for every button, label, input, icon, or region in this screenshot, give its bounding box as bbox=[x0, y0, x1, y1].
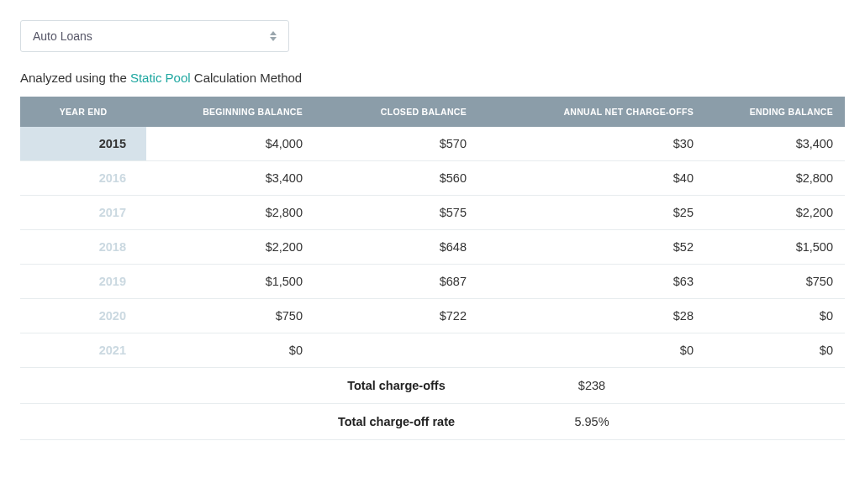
year-cell: 2016 bbox=[20, 161, 146, 196]
year-cell: 2018 bbox=[20, 230, 146, 265]
cell-closed: $687 bbox=[314, 265, 478, 299]
cell-ending: $2,200 bbox=[705, 196, 845, 230]
loan-type-dropdown[interactable]: Auto Loans bbox=[20, 20, 289, 52]
chargeoff-table: YEAR END BEGINNING BALANCE CLOSED BALANC… bbox=[20, 97, 845, 440]
summary-blank bbox=[20, 404, 146, 440]
cell-ending: $0 bbox=[705, 299, 845, 333]
summary-blank bbox=[705, 404, 845, 440]
cell-closed: $648 bbox=[314, 230, 478, 265]
table-body: 2015$4,000$570$30$3,4002016$3,400$560$40… bbox=[20, 127, 845, 440]
cell-beginning: $1,500 bbox=[146, 265, 314, 299]
col-year-end: YEAR END bbox=[20, 97, 146, 127]
analysis-suffix: Calculation Method bbox=[191, 71, 303, 85]
summary-value: 5.95% bbox=[478, 404, 705, 440]
analysis-method-text: Analyzed using the Static Pool Calculati… bbox=[20, 71, 845, 85]
analysis-prefix: Analyzed using the bbox=[20, 71, 130, 85]
year-cell: 2020 bbox=[20, 299, 146, 333]
loan-type-dropdown-label: Auto Loans bbox=[33, 29, 92, 43]
cell-chargeoffs: $52 bbox=[478, 230, 705, 265]
table-header-row: YEAR END BEGINNING BALANCE CLOSED BALANC… bbox=[20, 97, 845, 127]
cell-ending: $750 bbox=[705, 265, 845, 299]
cell-chargeoffs: $28 bbox=[478, 299, 705, 333]
year-cell: 2019 bbox=[20, 265, 146, 299]
table-row[interactable]: 2018$2,200$648$52$1,500 bbox=[20, 230, 845, 265]
cell-closed: $575 bbox=[314, 196, 478, 230]
updown-icon bbox=[270, 31, 277, 41]
cell-beginning: $0 bbox=[146, 333, 314, 368]
table-row[interactable]: 2015$4,000$570$30$3,400 bbox=[20, 127, 845, 161]
col-ending-balance: ENDING BALANCE bbox=[705, 97, 845, 127]
cell-ending: $2,800 bbox=[705, 161, 845, 196]
table-row[interactable]: 2019$1,500$687$63$750 bbox=[20, 265, 845, 299]
cell-beginning: $4,000 bbox=[146, 127, 314, 161]
summary-blank bbox=[146, 404, 314, 440]
cell-ending: $3,400 bbox=[705, 127, 845, 161]
summary-value: $238 bbox=[478, 368, 705, 404]
cell-chargeoffs: $30 bbox=[478, 127, 705, 161]
cell-beginning: $2,200 bbox=[146, 230, 314, 265]
cell-closed: $570 bbox=[314, 127, 478, 161]
cell-chargeoffs: $40 bbox=[478, 161, 705, 196]
cell-ending: $1,500 bbox=[705, 230, 845, 265]
cell-beginning: $3,400 bbox=[146, 161, 314, 196]
cell-closed: $722 bbox=[314, 299, 478, 333]
summary-row: Total charge-offs$238 bbox=[20, 368, 845, 404]
year-cell: 2017 bbox=[20, 196, 146, 230]
cell-chargeoffs: $63 bbox=[478, 265, 705, 299]
cell-beginning: $750 bbox=[146, 299, 314, 333]
table-row[interactable]: 2021$0$0$0 bbox=[20, 333, 845, 368]
col-closed-balance: CLOSED BALANCE bbox=[314, 97, 478, 127]
summary-blank bbox=[705, 368, 845, 404]
cell-closed bbox=[314, 333, 478, 368]
cell-chargeoffs: $0 bbox=[478, 333, 705, 368]
summary-row: Total charge-off rate5.95% bbox=[20, 404, 845, 440]
table-row[interactable]: 2016$3,400$560$40$2,800 bbox=[20, 161, 845, 196]
table-row[interactable]: 2020$750$722$28$0 bbox=[20, 299, 845, 333]
cell-closed: $560 bbox=[314, 161, 478, 196]
summary-blank bbox=[146, 368, 314, 404]
cell-chargeoffs: $25 bbox=[478, 196, 705, 230]
summary-label: Total charge-offs bbox=[314, 368, 478, 404]
summary-label: Total charge-off rate bbox=[314, 404, 478, 440]
table-row[interactable]: 2017$2,800$575$25$2,200 bbox=[20, 196, 845, 230]
cell-beginning: $2,800 bbox=[146, 196, 314, 230]
col-annual-chargeoffs: ANNUAL NET CHARGE-OFFS bbox=[478, 97, 705, 127]
summary-blank bbox=[20, 368, 146, 404]
year-cell: 2021 bbox=[20, 333, 146, 368]
static-pool-link[interactable]: Static Pool bbox=[130, 71, 191, 85]
year-cell: 2015 bbox=[20, 127, 146, 161]
cell-ending: $0 bbox=[705, 333, 845, 368]
col-beginning-balance: BEGINNING BALANCE bbox=[146, 97, 314, 127]
